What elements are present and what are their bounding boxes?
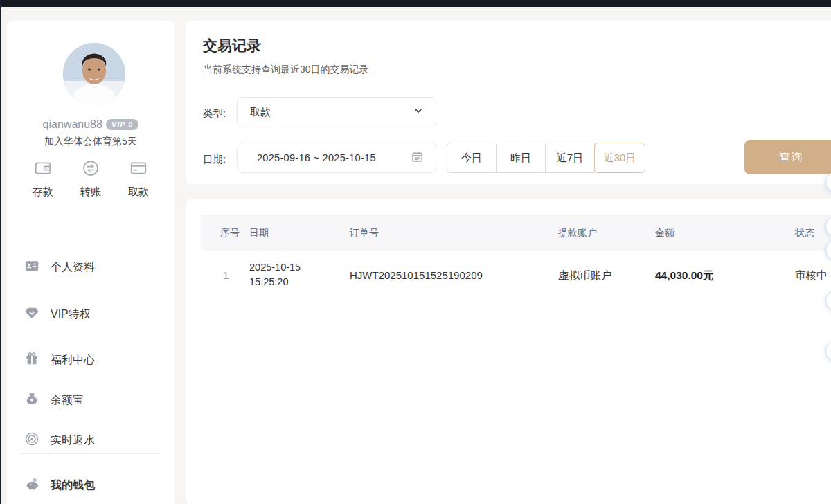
col-order: 订单号 <box>350 227 379 240</box>
quick-action-label: 存款 <box>22 186 64 199</box>
cell-account: 虚拟币账户 <box>558 269 612 283</box>
date-filter-label: 日期: <box>203 153 226 166</box>
vip-badge: VIP 0 <box>106 119 139 130</box>
cell-amount: 44,030.00元 <box>655 269 713 283</box>
range-yesterday-button[interactable]: 昨日 <box>496 143 546 173</box>
sidebar-item-label: 余额宝 <box>51 393 84 408</box>
sidebar-divider <box>21 453 161 454</box>
filter-card: 交易记录 当前系统支持查询最近30日的交易记录 类型: 取款 日期: 2025-… <box>186 21 831 184</box>
sidebar-item-label: 福利中心 <box>51 353 95 368</box>
cell-index: 1 <box>223 269 229 281</box>
cell-order-no: HJWT202510151525190209 <box>350 269 483 281</box>
page-subtitle: 当前系统支持查询最近30日的交易记录 <box>203 64 369 76</box>
avatar[interactable] <box>63 43 125 105</box>
piggy-bank-icon <box>24 476 51 494</box>
sidebar-item-label: 我的钱包 <box>51 478 95 493</box>
quick-action-label: 取款 <box>118 186 159 199</box>
rebate-coin-icon <box>24 431 51 449</box>
cell-status: 审核中 <box>795 269 828 283</box>
range-7days-button[interactable]: 近7日 <box>545 143 595 173</box>
withdraw-button[interactable]: 取款 <box>118 159 159 199</box>
cell-date: 2025-10-15 15:25:20 <box>249 260 301 289</box>
diamond-icon <box>24 305 51 323</box>
sidebar-item-vip[interactable]: VIP特权 <box>24 303 91 325</box>
sidebar-item-wallet[interactable]: 我的钱包 <box>24 474 95 496</box>
profile-sidebar: qianwanu88VIP 0 加入华体会体育第5天 存款 转账 取款 <box>7 21 175 504</box>
transfer-button[interactable]: 转账 <box>70 159 111 199</box>
username: qianwanu88 <box>43 118 102 130</box>
type-filter-label: 类型: <box>203 107 226 120</box>
sidebar-item-label: 个人资料 <box>51 260 95 275</box>
avatar-image <box>63 43 125 105</box>
col-status: 状态 <box>795 227 814 240</box>
deposit-button[interactable]: 存款 <box>22 159 64 199</box>
sidebar-item-label: VIP特权 <box>51 307 91 322</box>
col-amount: 金额 <box>655 227 674 240</box>
quick-actions: 存款 转账 取款 <box>7 159 175 199</box>
search-button[interactable]: 查询 <box>744 140 831 174</box>
col-index: 序号 <box>220 227 240 240</box>
bank-card-icon <box>129 168 148 179</box>
user-row: qianwanu88VIP 0 <box>7 118 175 131</box>
sidebar-item-profile[interactable]: 个人资料 <box>24 256 95 278</box>
quick-range-group: 今日 昨日 近7日 近30日 <box>447 143 645 173</box>
records-table-card: 序号 日期 订单号 提款账户 金额 状态 1 2025-10-15 15:25:… <box>186 199 831 504</box>
table-header: 序号 日期 订单号 提款账户 金额 状态 <box>201 215 831 251</box>
type-select-value: 取款 <box>250 106 413 119</box>
left-edge-line <box>0 0 1 504</box>
chevron-down-icon <box>413 106 423 118</box>
sidebar-item-yuebao[interactable]: 余额宝 <box>24 389 84 411</box>
transfer-icon <box>81 168 100 179</box>
range-30days-button[interactable]: 近30日 <box>594 143 645 173</box>
gift-icon <box>24 351 51 369</box>
wallet-icon <box>33 168 53 179</box>
page-title: 交易记录 <box>203 36 261 55</box>
sidebar-item-label: 实时返水 <box>51 433 95 448</box>
date-range-input[interactable]: 2025-09-16 ~ 2025-10-15 <box>237 143 436 173</box>
calendar-icon <box>411 151 423 165</box>
col-account: 提款账户 <box>558 227 597 240</box>
type-select[interactable]: 取款 <box>237 97 436 127</box>
sidebar-item-welfare[interactable]: 福利中心 <box>24 349 95 371</box>
top-dark-bar <box>0 0 831 7</box>
range-today-button[interactable]: 今日 <box>447 143 497 173</box>
id-card-icon <box>24 258 51 276</box>
sidebar-item-rebate[interactable]: 实时返水 <box>24 429 95 451</box>
join-days-text: 加入华体会体育第5天 <box>7 136 175 148</box>
quick-action-label: 转账 <box>70 186 111 199</box>
money-bag-icon <box>24 391 51 409</box>
col-date: 日期 <box>249 227 269 240</box>
date-range-value: 2025-09-16 ~ 2025-10-15 <box>257 152 411 163</box>
